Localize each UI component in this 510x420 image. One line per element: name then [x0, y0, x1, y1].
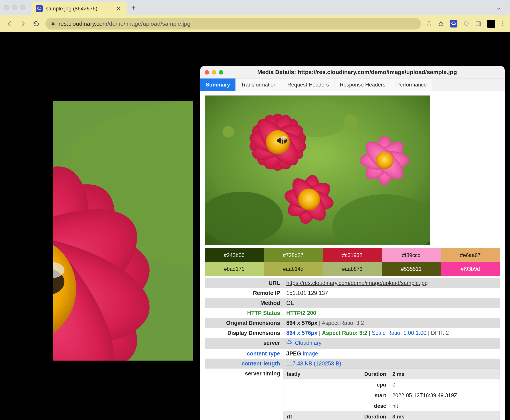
- orig-dim-label: Original Dimensions: [205, 318, 283, 328]
- browser-tab[interactable]: sample.jpg (864×576) ✕: [31, 2, 127, 15]
- cloudinary-extension-icon[interactable]: [450, 20, 457, 28]
- svg-point-60: [281, 136, 287, 140]
- share-icon[interactable]: [426, 21, 432, 27]
- panel-title-url: https://res.cloudinary.com/demo/image/up…: [298, 69, 457, 75]
- page-image: [53, 101, 193, 360]
- row-url: URL https://res.cloudinary.com/demo/imag…: [205, 278, 500, 288]
- remote-ip-value: 151.101.129.137: [283, 288, 500, 298]
- tabs-dropdown-icon[interactable]: ⌄: [496, 4, 501, 11]
- media-details-panel: Media Details: https://res.cloudinary.co…: [200, 66, 505, 420]
- timing-cpu-label: cpu: [315, 379, 389, 390]
- url-host: res.cloudinary.com: [59, 20, 108, 27]
- panel-max-dot[interactable]: [219, 70, 223, 75]
- panel-min-dot[interactable]: [212, 70, 216, 75]
- page-content-area: Media Details: https://res.cloudinary.co…: [0, 32, 510, 420]
- panel-close-dot[interactable]: [205, 70, 209, 75]
- window-traffic-lights: [4, 5, 25, 10]
- panel-titlebar: Media Details: https://res.cloudinary.co…: [200, 66, 505, 78]
- star-icon[interactable]: [438, 21, 444, 27]
- timing-start-label: start: [315, 390, 389, 401]
- svg-point-79: [344, 115, 357, 128]
- timing-start-value: 2022-05-12T16:39:49.319Z: [389, 390, 500, 401]
- disp-dim-value: 864 x 576px: [286, 330, 317, 336]
- palette-swatch-8: #535511: [382, 262, 441, 276]
- lock-icon: [51, 21, 55, 26]
- svg-rect-2: [479, 22, 480, 26]
- timing-fastly-label: fastly: [283, 369, 315, 380]
- ctype-image: Image: [301, 350, 318, 357]
- timing-desc-label: desc: [315, 401, 389, 411]
- image-preview: [205, 95, 430, 245]
- reload-button[interactable]: [32, 20, 40, 27]
- palette-swatch-3: #f89ccd: [382, 248, 441, 262]
- svg-point-57: [277, 139, 281, 142]
- stiming-label: server-timing: [205, 368, 283, 420]
- tab-request-headers[interactable]: Request Headers: [282, 78, 334, 91]
- svg-rect-0: [52, 23, 54, 25]
- browser-chrome: sample.jpg (864×576) ✕ + ⌄ res.cloudinar…: [0, 0, 510, 32]
- tab-title: sample.jpg (864×576): [46, 6, 112, 12]
- tab-transformation[interactable]: Transformation: [235, 78, 282, 91]
- extensions-puzzle-icon[interactable]: [463, 21, 469, 27]
- side-panel-icon[interactable]: [475, 21, 481, 27]
- disp-scale: Scale Ratio: 1.00:1.00: [372, 330, 426, 336]
- disp-ar: Aspect Ratio: 3:2: [322, 330, 367, 336]
- tab-strip: sample.jpg (864×576) ✕ + ⌄: [0, 0, 510, 15]
- palette-swatch-9: #f93b9d: [441, 262, 500, 276]
- timing-rtt-duration-label: Duration: [315, 411, 389, 420]
- tab-response-headers[interactable]: Response Headers: [334, 78, 391, 91]
- row-content-length: content-length 117.43 KB (120253 B): [205, 359, 500, 368]
- address-bar: res.cloudinary.com/demo/image/upload/sam…: [0, 15, 510, 32]
- row-remote-ip: Remote IP 151.101.129.137: [205, 288, 500, 298]
- disp-dim-label: Display Dimensions: [205, 328, 283, 338]
- back-button[interactable]: [5, 20, 14, 27]
- server-label: server: [205, 338, 283, 349]
- panel-tabs: Summary Transformation Request Headers R…: [200, 78, 505, 91]
- tab-performance[interactable]: Performance: [391, 78, 432, 91]
- palette-swatch-2: #c31932: [323, 248, 382, 262]
- forward-button[interactable]: [19, 20, 27, 27]
- url-text: res.cloudinary.com/demo/image/upload/sam…: [59, 20, 190, 27]
- timing-desc-value: hit: [389, 401, 500, 411]
- url-label: URL: [205, 278, 283, 288]
- timing-head-fastly: fastly Duration 2 ms: [283, 369, 500, 380]
- tab-close-icon[interactable]: ✕: [115, 5, 123, 12]
- timing-rtt-value: 3 ms: [389, 411, 500, 420]
- window-min-dot[interactable]: [12, 5, 17, 10]
- timing-duration-value: 2 ms: [389, 369, 500, 380]
- svg-point-80: [223, 126, 234, 137]
- palette-swatch-7: #aab873: [323, 262, 382, 276]
- details-table: URL https://res.cloudinary.com/demo/imag…: [205, 278, 500, 420]
- svg-point-78: [376, 152, 394, 169]
- url-box[interactable]: res.cloudinary.com/demo/image/upload/sam…: [45, 18, 421, 30]
- ctype-jpeg: JPEG: [286, 350, 301, 357]
- panel-traffic-lights: [205, 70, 223, 75]
- palette-swatch-4: #e6aa67: [441, 248, 500, 262]
- timing-row-start: start 2022-05-12T16:39:49.319Z: [283, 390, 500, 401]
- row-server-timing: server-timing fastly Duration 2 ms cpu: [205, 368, 500, 420]
- orig-dim-value: 864 x 576px: [286, 320, 317, 326]
- timing-row-cpu: cpu 0: [283, 379, 500, 390]
- cloudinary-favicon: [36, 5, 43, 12]
- panel-title: Media Details: https://res.cloudinary.co…: [227, 69, 500, 76]
- new-tab-button[interactable]: +: [127, 3, 140, 12]
- row-display-dimensions: Display Dimensions 864 x 576px | Aspect …: [205, 328, 500, 338]
- window-close-dot[interactable]: [4, 5, 9, 10]
- palette-swatch-6: #aab14d: [264, 262, 323, 276]
- http-status-value: HTTP/2 200: [286, 310, 316, 316]
- row-method: Method GET: [205, 298, 500, 308]
- profile-avatar[interactable]: [487, 20, 495, 28]
- tab-summary[interactable]: Summary: [200, 78, 235, 91]
- url-link[interactable]: https://res.cloudinary.com/demo/image/up…: [286, 280, 428, 286]
- cloudinary-icon: [286, 340, 292, 347]
- disp-dpr: DPR: 2: [431, 330, 449, 336]
- clen-label: content-length: [241, 360, 280, 367]
- timing-row-desc: desc hit: [283, 401, 500, 411]
- svg-point-69: [298, 188, 320, 210]
- timing-rtt-label: rtt: [283, 411, 315, 420]
- row-content-type: content-type JPEG Image: [205, 349, 500, 359]
- window-max-dot[interactable]: [20, 5, 25, 10]
- method-value: GET: [283, 298, 500, 308]
- browser-menu-icon[interactable]: [501, 21, 505, 26]
- tab-strip-right: ⌄: [496, 4, 510, 11]
